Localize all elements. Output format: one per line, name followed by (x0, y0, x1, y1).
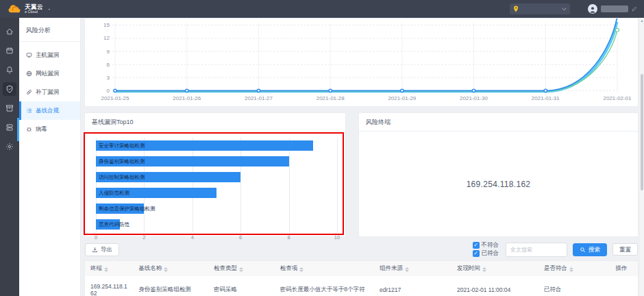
table-cell: 身份鉴别策略组检测 (133, 276, 208, 296)
brand-title: 天翼云 (25, 4, 43, 10)
menu-item-list[interactable]: 基线合规 (19, 101, 80, 120)
scrollbar-thumb[interactable] (641, 74, 643, 190)
page-scrollbar[interactable]: ▲ (640, 18, 644, 296)
column-header-终端[interactable]: 终端 (85, 261, 133, 276)
bar-2[interactable]: 身份鉴别策略组检测 (96, 156, 289, 166)
reset-button[interactable]: 重置 (612, 243, 638, 256)
svg-text:15: 15 (103, 22, 110, 28)
export-button[interactable]: 导出 (85, 243, 119, 256)
checkbox-icon[interactable]: ✓ (473, 250, 480, 257)
svg-text:0: 0 (107, 88, 110, 94)
module-bell-button[interactable] (3, 63, 16, 77)
location-pin-icon (513, 5, 519, 12)
shield-icon (5, 85, 14, 93)
sort-icon[interactable] (104, 267, 108, 272)
bar-4[interactable]: 入侵防范检测 (96, 188, 216, 198)
filter-已符合[interactable]: ✓已符合 (473, 249, 499, 258)
monitor-icon (26, 52, 32, 58)
risk-terminal-title: 风险终端 (359, 113, 638, 132)
download-icon (92, 247, 98, 253)
sort-icon[interactable] (164, 267, 168, 272)
table-cell: 已符合 (538, 276, 610, 296)
svg-text:2021-01-29: 2021-01-29 (388, 95, 417, 101)
bar-row: 访问控制策略组检测 (96, 169, 337, 185)
column-header-发现时间[interactable]: 发现时间 (451, 261, 538, 276)
baseline-top10-chart: 安全审计策略组检测身份鉴别策略组检测访问控制策略组检测入侵防范检测剩余信息保护策… (85, 132, 345, 243)
pencil-edit-icon[interactable] (632, 6, 637, 12)
sort-icon[interactable] (569, 267, 573, 272)
globe-icon (26, 71, 32, 77)
user-menu[interactable] (588, 4, 637, 14)
menu-item-label: 网站漏洞 (36, 70, 59, 78)
search-input[interactable] (506, 243, 567, 257)
baseline-top10-title: 基线漏洞Top10 (85, 113, 345, 132)
bar-6[interactable]: 恶意代码防范 (96, 219, 120, 230)
filter-不符合[interactable]: ✓不符合 (473, 241, 499, 249)
brand-subtitle: e Cloud (25, 10, 43, 14)
top-navbar: 天翼云 e Cloud · (0, 0, 644, 18)
menu-title: 风险分析 (19, 25, 80, 41)
svg-text:6: 6 (107, 62, 110, 68)
column-header-组件来源[interactable]: 组件来源 (374, 261, 451, 276)
table-row[interactable]: 169.254.118.162身份鉴别策略组检测密码策略密码长度最小值大于等于8… (85, 276, 638, 296)
risk-terminal-ip[interactable]: 169.254.118.162 (467, 180, 531, 189)
sort-icon[interactable] (482, 267, 486, 272)
bar-x-tick: 2 (143, 234, 145, 241)
avatar[interactable] (588, 4, 597, 14)
menu-item-patch[interactable]: 补丁漏洞 (19, 83, 80, 101)
svg-text:12: 12 (103, 35, 110, 41)
scrollbar-up-arrow[interactable]: ▲ (640, 18, 644, 23)
module-calendar-button[interactable] (3, 44, 16, 58)
column-header-是否符合[interactable]: 是否符合 (538, 261, 610, 276)
risk-terminal-card: 风险终端 169.254.118.162 (358, 112, 639, 237)
chevron-down-icon (562, 8, 567, 11)
bar-x-tick: 4 (191, 234, 194, 241)
column-header-操作: 操作 (610, 261, 638, 276)
column-header-检查类型[interactable]: 检查类型 (208, 261, 275, 276)
menu-item-monitor[interactable]: 主机漏洞 (19, 46, 80, 64)
menu-item-bug[interactable]: 病毒 (19, 120, 80, 138)
search-button[interactable]: 搜索 (573, 243, 607, 256)
filter-label: 不符合 (482, 241, 499, 249)
bar-row: 身份鉴别策略组检测 (96, 153, 337, 169)
column-header-检查项[interactable]: 检查项 (275, 261, 374, 276)
sort-icon[interactable] (405, 267, 409, 272)
checkbox-icon[interactable]: ✓ (473, 242, 480, 249)
bar-5[interactable]: 剩余信息保护策略组检测 (96, 204, 144, 214)
module-gear-button[interactable] (3, 140, 16, 153)
svg-text:2021-01-26: 2021-01-26 (173, 95, 201, 101)
menu-item-globe[interactable]: 网站漏洞 (19, 64, 80, 83)
sort-icon[interactable] (239, 267, 243, 272)
baseline-top10-card: 基线漏洞Top10 安全审计策略组检测身份鉴别策略组检测访问控制策略组检测入侵防… (84, 112, 346, 237)
svg-text:3: 3 (107, 75, 110, 81)
menu-item-label: 补丁漏洞 (36, 88, 59, 97)
table-cell: 密码长度最小值大于等于8个字符 (275, 276, 374, 296)
username-redacted (601, 5, 628, 12)
module-archive-button[interactable] (3, 101, 16, 115)
gear-icon (5, 143, 14, 151)
module-shield-button[interactable] (3, 82, 16, 96)
bar-3[interactable]: 访问控制策略组检测 (96, 172, 240, 182)
server-icon (5, 123, 14, 132)
column-header-基线名称[interactable]: 基线名称 (133, 261, 208, 276)
menu-item-label: 病毒 (36, 125, 47, 134)
series-green (115, 30, 617, 91)
baseline-result-table-card: 终端基线名称检查类型检查项组件来源发现时间是否符合操作 169.254.118.… (84, 260, 639, 296)
side-menu: 风险分析 主机漏洞网站漏洞补丁漏洞基线合规病毒 (19, 18, 81, 296)
bar-row: 安全审计策略组检测 (96, 138, 337, 153)
module-home-button[interactable] (3, 25, 16, 38)
bar-x-tick: 8 (288, 234, 290, 241)
svg-text:9: 9 (107, 49, 110, 55)
region-selector[interactable] (510, 3, 570, 14)
table-cell: 密码策略 (208, 276, 275, 296)
menu-item-label: 基线合规 (36, 107, 59, 115)
person-icon (589, 5, 597, 14)
home-icon (5, 27, 14, 36)
menu-item-label: 主机漏洞 (36, 51, 59, 60)
series-blue (115, 18, 617, 90)
bar-1[interactable]: 安全审计策略组检测 (96, 140, 313, 151)
svg-text:2021-02-01: 2021-02-01 (603, 95, 632, 101)
module-server-button[interactable] (3, 121, 16, 134)
svg-text:2021-01-28: 2021-01-28 (317, 95, 345, 101)
sort-icon[interactable] (299, 267, 304, 272)
